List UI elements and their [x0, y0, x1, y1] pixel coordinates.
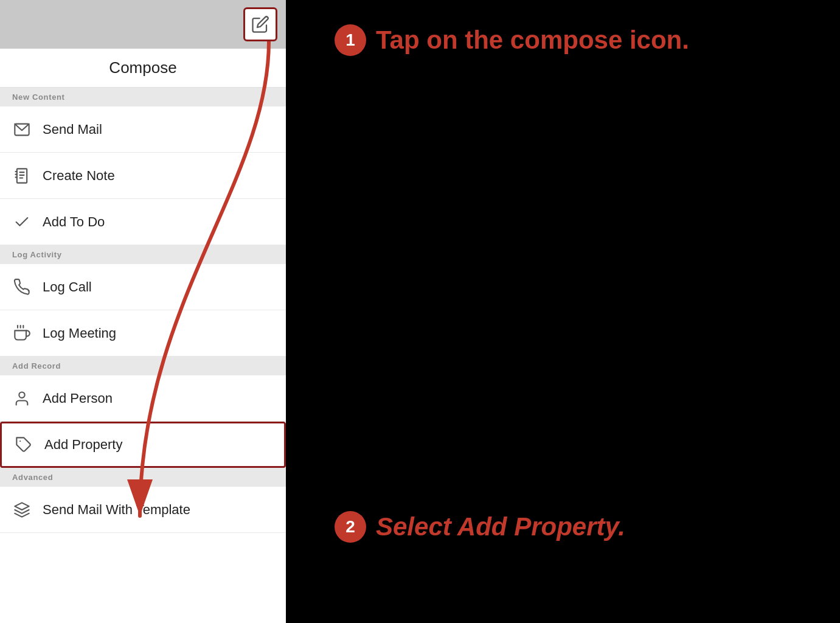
mail-icon: [12, 120, 32, 139]
layers-icon: [12, 500, 32, 520]
annotation-step-1: 1 Tap on the compose icon.: [335, 24, 689, 56]
compose-icon-button[interactable]: [243, 7, 277, 41]
annotation-2-text: Select Add Property.: [376, 512, 625, 541]
annotation-step-2: 2 Select Add Property.: [335, 511, 625, 543]
svg-rect-1: [17, 169, 27, 183]
add-property-label: Add Property: [44, 437, 122, 453]
menu-item-send-mail[interactable]: Send Mail: [0, 106, 286, 153]
menu-item-add-property[interactable]: Add Property: [0, 422, 286, 468]
annotation-1-text: Tap on the compose icon.: [376, 26, 689, 55]
section-advanced: Advanced: [0, 468, 286, 487]
section-log-activity: Log Activity: [0, 245, 286, 264]
log-meeting-label: Log Meeting: [43, 325, 116, 341]
send-mail-label: Send Mail: [43, 122, 102, 137]
menu-item-add-person[interactable]: Add Person: [0, 375, 286, 422]
menu-item-add-todo[interactable]: Add To Do: [0, 199, 286, 245]
note-icon: [12, 166, 32, 186]
person-icon: [12, 389, 32, 408]
check-icon: [12, 212, 32, 232]
tag-icon: [14, 435, 33, 454]
add-person-label: Add Person: [43, 391, 113, 406]
step-1-badge: 1: [335, 24, 366, 56]
phone-icon: [12, 277, 32, 297]
right-side: 1 Tap on the compose icon. 2 Select Add …: [286, 0, 840, 623]
step-2-badge: 2: [335, 511, 366, 543]
menu-item-log-meeting[interactable]: Log Meeting: [0, 310, 286, 357]
svg-point-11: [19, 392, 24, 397]
send-mail-template-label: Send Mail With Template: [43, 502, 190, 518]
menu-item-send-mail-template[interactable]: Send Mail With Template: [0, 487, 286, 533]
compose-title: Compose: [109, 58, 176, 77]
add-todo-label: Add To Do: [43, 214, 105, 230]
section-add-record: Add Record: [0, 357, 286, 375]
section-new-content: New Content: [0, 88, 286, 106]
svg-marker-13: [15, 503, 29, 510]
compose-header: Compose: [0, 49, 286, 88]
log-call-label: Log Call: [43, 279, 92, 295]
left-panel: Compose New Content Send Mail: [0, 0, 286, 623]
top-bar: [0, 0, 286, 49]
create-note-label: Create Note: [43, 168, 115, 184]
coffee-icon: [12, 324, 32, 343]
menu-item-create-note[interactable]: Create Note: [0, 153, 286, 199]
menu-item-log-call[interactable]: Log Call: [0, 264, 286, 310]
